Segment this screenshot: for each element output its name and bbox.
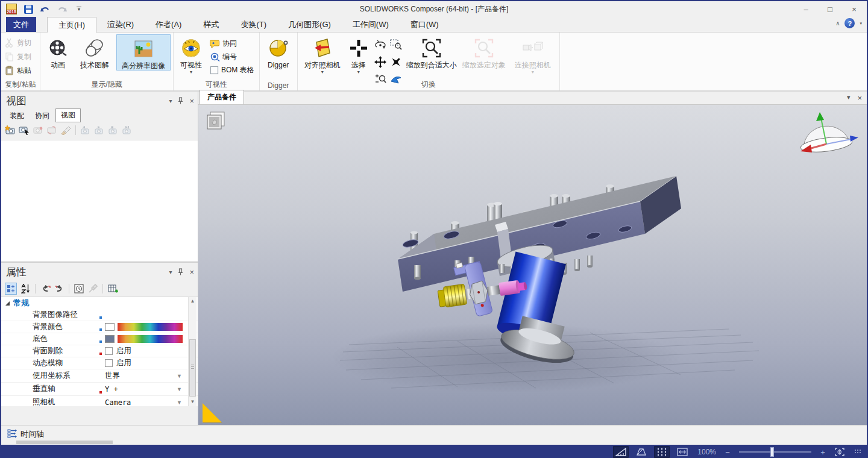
background-color-rainbow-bar[interactable] <box>118 323 183 331</box>
tab-transform[interactable]: 变换(T) <box>230 17 277 32</box>
align-camera-button[interactable]: 对齐照相机 ▾ <box>300 34 345 75</box>
scroll-up-icon[interactable]: ▲ <box>189 297 197 306</box>
paste-button[interactable]: 粘贴 <box>4 64 37 77</box>
reset-properties-icon[interactable] <box>74 283 84 294</box>
select-caret-icon[interactable]: ▾ <box>357 70 360 75</box>
row-motion-blur[interactable]: 动态模糊 启用 <box>1 357 198 369</box>
tab-home[interactable]: 主页(H) <box>47 17 96 33</box>
categorized-view-icon[interactable] <box>5 283 17 295</box>
help-caret-icon[interactable]: ▾ <box>860 21 862 26</box>
row-background-color[interactable]: 背景颜色 <box>1 321 198 333</box>
zoom-slider-thumb[interactable] <box>770 447 774 457</box>
timeline-icon <box>7 429 17 440</box>
scroll-down-icon[interactable]: ▼ <box>189 398 197 406</box>
qat-customize-icon[interactable]: ▼ <box>74 4 84 14</box>
zoom-area-icon[interactable] <box>388 37 404 54</box>
zoom-in-button[interactable]: + <box>819 448 827 457</box>
row-vertical-axis[interactable]: 垂直轴 Y + ▼ <box>1 383 198 396</box>
save-icon[interactable] <box>23 4 34 14</box>
tab-render[interactable]: 渲染(R) <box>96 17 145 32</box>
scrollbar-thumb[interactable] <box>189 339 196 397</box>
orientation-triad[interactable] <box>796 111 858 158</box>
fly-through-icon[interactable] <box>388 54 404 71</box>
timeline-scrollbar-thumb[interactable] <box>16 441 113 444</box>
perspective-mode-icon[interactable] <box>634 446 649 458</box>
tab-file[interactable]: 文件 <box>6 17 36 32</box>
timeline-label[interactable]: 时间轴 <box>20 429 44 440</box>
properties-menu-caret-icon[interactable]: ▾ <box>169 269 172 275</box>
zoom-fit-screen-icon[interactable] <box>832 446 848 458</box>
tab-author[interactable]: 作者(A) <box>145 17 192 32</box>
visibility-caret-icon[interactable]: ▾ <box>190 70 192 75</box>
row-camera[interactable]: 照相机 Camera ▼ <box>1 396 198 406</box>
document-close-icon[interactable]: × <box>857 93 862 102</box>
zoom-out-button[interactable]: − <box>723 448 732 457</box>
orbit-icon[interactable] <box>373 37 388 54</box>
status-bar: 100% − + <box>1 445 867 458</box>
tab-geometry[interactable]: 几何图形(G) <box>277 17 342 32</box>
views-pages-icon[interactable] <box>206 111 226 131</box>
apply-neutral-icon[interactable] <box>54 283 64 294</box>
row-backface-culling[interactable]: 背面剔除 启用 <box>1 345 198 357</box>
tab-views[interactable]: 视图 <box>55 108 81 122</box>
dropdown-caret-icon[interactable]: ▼ <box>177 386 182 392</box>
row-background-image-path[interactable]: 背景图像路径 <box>1 309 198 321</box>
digger-button[interactable]: Digger <box>262 34 295 69</box>
views-menu-caret-icon[interactable]: ▾ <box>169 98 172 104</box>
tab-collaboration[interactable]: 协同 <box>30 110 54 122</box>
background-color-swatch[interactable] <box>105 323 115 331</box>
tab-style[interactable]: 样式 <box>192 17 230 32</box>
close-button[interactable]: × <box>844 2 864 16</box>
collapse-ribbon-icon[interactable]: ∧ <box>835 20 840 27</box>
restore-neutral-icon[interactable] <box>40 283 51 294</box>
collaboration-button[interactable]: 协同 <box>209 38 254 49</box>
document-tab[interactable]: 产品备件 <box>200 90 244 104</box>
tech-illustration-button[interactable]: 技术图解 <box>73 34 116 69</box>
resize-grip[interactable] <box>855 450 862 454</box>
goto-first-view-icon <box>80 125 91 136</box>
animation-button[interactable]: 动画 <box>43 34 73 69</box>
dropdown-caret-icon[interactable]: ▼ <box>177 373 182 379</box>
row-coordinate-system[interactable]: 使用坐标系 世界 ▼ <box>1 369 198 383</box>
bottom-color-rainbow-bar[interactable] <box>118 335 183 343</box>
views-pin-icon[interactable] <box>178 97 183 105</box>
measure-tool-icon[interactable] <box>613 446 629 458</box>
help-icon[interactable]: ? <box>844 18 855 28</box>
pan-icon[interactable] <box>373 54 388 71</box>
bottom-color-swatch[interactable] <box>105 335 115 343</box>
views-close-icon[interactable]: × <box>189 96 194 105</box>
3d-model[interactable] <box>198 105 866 425</box>
viewport-canvas[interactable] <box>198 105 867 425</box>
row-bottom-color[interactable]: 底色 <box>1 333 198 345</box>
maximize-button[interactable]: □ <box>820 2 840 16</box>
tab-workshop[interactable]: 工作间(W) <box>342 17 400 32</box>
alphabetical-sort-icon[interactable] <box>20 283 31 294</box>
window-controls: – □ × <box>796 1 864 17</box>
add-property-icon[interactable] <box>107 283 118 294</box>
zoom-slider[interactable] <box>739 451 811 453</box>
section-general[interactable]: 常规 <box>1 297 198 309</box>
backface-culling-checkbox[interactable] <box>105 347 113 355</box>
high-res-image-button[interactable]: 高分辨率图像 <box>116 34 171 71</box>
bom-table-button[interactable]: BOM 表格 <box>209 64 254 75</box>
tab-assembly[interactable]: 装配 <box>5 110 29 122</box>
numbering-button[interactable]: 编号 <box>209 51 254 62</box>
update-view-icon[interactable] <box>19 125 30 136</box>
motion-blur-checkbox[interactable] <box>105 359 113 367</box>
fit-view-icon[interactable] <box>675 446 690 458</box>
undo-icon[interactable] <box>40 4 51 14</box>
views-list-empty[interactable] <box>1 140 198 261</box>
properties-close-icon[interactable]: × <box>189 268 194 277</box>
zoom-to-fit-button[interactable]: 缩放到合适大小 <box>404 34 459 69</box>
minimize-button[interactable]: – <box>796 2 816 16</box>
align-camera-caret-icon[interactable]: ▾ <box>321 70 324 75</box>
document-list-caret-icon[interactable]: ▾ <box>847 93 851 102</box>
dropdown-caret-icon[interactable]: ▼ <box>177 400 182 406</box>
select-button[interactable]: 选择 ▾ <box>345 34 373 75</box>
create-view-icon[interactable] <box>5 125 16 136</box>
visibility-button[interactable]: 可视性 ▾ <box>176 34 206 75</box>
properties-scrollbar[interactable]: ▲ ▼ <box>188 297 197 406</box>
properties-pin-icon[interactable] <box>178 268 183 277</box>
tab-window[interactable]: 窗口(W) <box>400 17 450 32</box>
grid-toggle-icon[interactable] <box>654 446 670 458</box>
